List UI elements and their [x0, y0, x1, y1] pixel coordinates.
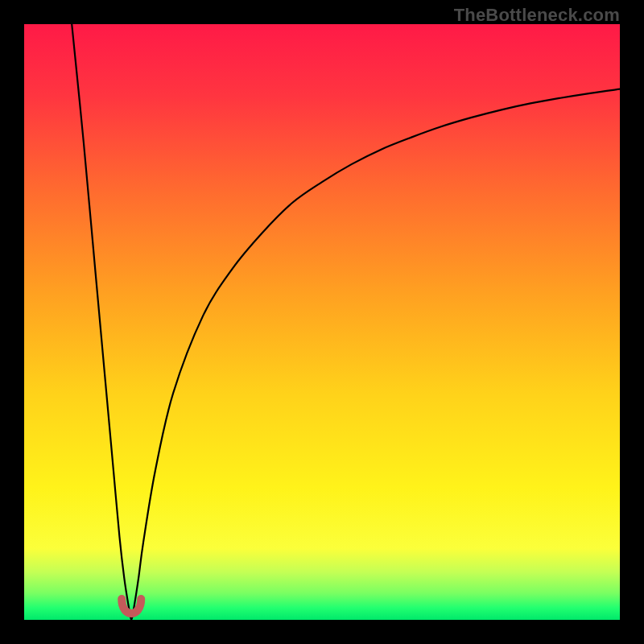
curve-layer [24, 24, 620, 620]
plot-area [24, 24, 620, 620]
chart-frame: TheBottleneck.com [0, 0, 644, 644]
watermark-text: TheBottleneck.com [454, 5, 620, 26]
bottleneck-curve [72, 24, 620, 620]
optimal-marker [122, 599, 141, 613]
